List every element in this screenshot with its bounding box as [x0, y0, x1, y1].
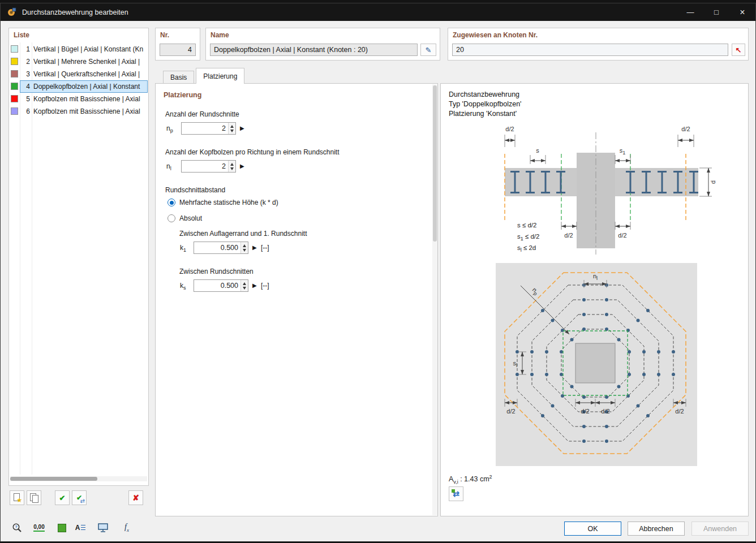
display-button[interactable]	[96, 520, 110, 535]
spin-up-icon[interactable]	[230, 125, 234, 128]
svg-text:d/2: d/2	[505, 126, 514, 132]
item-label: Doppelkopfbolzen | Axial | Konstant	[33, 83, 147, 90]
svg-text:?: ?	[15, 524, 18, 529]
radio-absolut-label[interactable]: Absolut	[179, 214, 202, 222]
copy-item-button[interactable]	[27, 490, 41, 505]
list-item-4-selected[interactable]: 4 Doppelkopfbolzen | Axial | Konstant	[9, 80, 148, 93]
help-button[interactable]: ?	[10, 520, 24, 535]
font-button[interactable]: A	[73, 520, 88, 535]
list-hscrollbar[interactable]	[10, 476, 147, 481]
list-item-2[interactable]: 2 Vertikal | Mehrere Schenkel | Axial |	[9, 55, 148, 68]
nl-detail-arrow[interactable]: ▶	[240, 163, 244, 169]
sync-check-button[interactable]: ✔ ⇄	[72, 490, 87, 505]
tab-platzierung[interactable]: Platzierung	[196, 68, 244, 84]
decimals-button[interactable]: 0,00	[32, 520, 46, 535]
radio-mehrfache-label[interactable]: Mehrfache statische Höhe (k * d)	[179, 199, 278, 206]
list-hscrollbar-thumb[interactable]	[10, 477, 97, 481]
ks-value: 0.500	[194, 280, 240, 291]
spin-up-icon[interactable]	[243, 244, 246, 247]
svg-text:d/2: d/2	[618, 232, 626, 239]
assigned-label: Zugewiesen an Knoten Nr.	[453, 31, 538, 39]
ks-spin-buttons[interactable]	[240, 280, 248, 291]
radio-absolut[interactable]	[167, 214, 175, 222]
assigned-node-input[interactable]	[452, 44, 728, 56]
help-magnifier-icon: ?	[11, 522, 23, 533]
copy-sheet-front-icon	[32, 495, 38, 503]
font-lines-icon	[81, 525, 85, 531]
new-item-button[interactable]: ★	[10, 490, 24, 505]
radio-row-mehrfache: Mehrfache statische Höhe (k * d)	[167, 199, 278, 206]
refresh-green-square-icon	[452, 489, 455, 493]
list-item-6[interactable]: 6 Kopfbolzen mit Basisschiene | Axial	[9, 105, 148, 118]
k1-detail-arrow[interactable]: ▶	[252, 244, 257, 251]
edit-name-button[interactable]: ✎	[420, 44, 436, 56]
svg-text:s: s	[536, 147, 539, 154]
kopfbolzen-label: Anzahl der Kopfbolzen pro Richtung in ei…	[165, 148, 340, 156]
svg-text:sl ≤ 2d: sl ≤ 2d	[517, 244, 536, 253]
spin-up-icon[interactable]	[230, 163, 234, 166]
refresh-button[interactable]: ⇄	[449, 486, 463, 501]
liste-header: Liste	[14, 31, 29, 39]
apply-check-button[interactable]: ✔	[55, 490, 70, 505]
spin-up-icon[interactable]	[243, 282, 246, 285]
ok-button[interactable]: OK	[564, 522, 621, 536]
k1-spinner[interactable]: 0.500	[194, 242, 248, 254]
minimize-button[interactable]: —	[677, 3, 703, 21]
np-value: 2	[182, 123, 228, 134]
maximize-icon: □	[714, 8, 719, 16]
list-item-5[interactable]: 5 Kopfbolzen mit Basisschiene | Axial	[9, 93, 148, 105]
spin-down-icon[interactable]	[243, 249, 246, 252]
close-button[interactable]: ×	[729, 3, 755, 21]
plan-diagram: np nl sl d/2 d/2 d/2 d/2	[496, 263, 697, 466]
apply-button[interactable]: Anwenden	[691, 522, 749, 536]
svg-text:d/2: d/2	[506, 408, 515, 415]
maximize-button[interactable]: □	[703, 3, 729, 21]
ks-symbol: ks	[180, 282, 186, 291]
tab-bar: Basis Platzierung	[163, 68, 246, 84]
item-color-chip	[11, 45, 18, 53]
tab-basis[interactable]: Basis	[163, 71, 194, 84]
spin-down-icon[interactable]	[243, 287, 246, 290]
dialog-durchstanzbewehrung: Durchstanzbewehrung bearbeiten — □ × Lis…	[0, 3, 756, 542]
pick-nodes-button[interactable]: ↖	[732, 44, 745, 56]
k1-symbol: k1	[180, 244, 186, 253]
k1-spin-buttons[interactable]	[240, 242, 248, 253]
sync-arrows-icon: ⇄	[80, 498, 85, 504]
list-item-1[interactable]: 1 Vertikal | Bügel | Axial | Konstant (K…	[9, 43, 148, 55]
form-scrollbar-thumb[interactable]	[433, 85, 437, 242]
item-color-chip	[11, 107, 18, 115]
cancel-button[interactable]: Abbrechen	[628, 522, 685, 536]
list-item-3[interactable]: 3 Vertikal | Querkraftschenkel | Axial |	[9, 68, 148, 80]
np-spinner[interactable]: 2	[181, 122, 236, 135]
diagram-title-line2: Typ 'Doppelkopfbolzen'	[449, 100, 521, 108]
form-scrollbar[interactable]	[432, 84, 437, 515]
diagram-title-line3: Platzierung 'Konstant'	[449, 110, 517, 118]
color-button[interactable]	[54, 520, 69, 535]
nr-input[interactable]	[160, 44, 196, 56]
spin-down-icon[interactable]	[230, 167, 234, 170]
formula-button[interactable]: fx	[119, 520, 134, 535]
ks-detail-arrow[interactable]: ▶	[252, 282, 257, 288]
form-section-header: Platzierung	[164, 91, 201, 99]
delete-item-button[interactable]: ✘	[128, 490, 143, 505]
item-number: 2	[20, 58, 30, 66]
spin-down-icon[interactable]	[230, 130, 234, 132]
item-color-chip	[11, 95, 18, 102]
name-input[interactable]	[210, 44, 418, 56]
np-spin-buttons[interactable]	[228, 123, 235, 134]
tab-basis-label: Basis	[170, 74, 187, 81]
assigned-group: Zugewiesen an Knoten Nr. ↖	[448, 28, 749, 61]
k1-group-label: Zwischen Auflagerrand und 1. Rundschnitt	[179, 230, 307, 238]
font-a-icon: A	[75, 524, 80, 532]
ks-spinner[interactable]: 0.500	[194, 279, 248, 292]
radio-dot	[170, 201, 174, 205]
svg-text:d/2: d/2	[581, 408, 589, 415]
abstand-header: Rundschnittabstand	[165, 186, 225, 194]
decimals-icon: 0,00	[33, 524, 44, 532]
nl-spin-buttons[interactable]	[228, 161, 235, 172]
result-value: Av,i : 1.43 cm2	[449, 474, 492, 485]
radio-mehrfache[interactable]	[167, 199, 175, 206]
item-label: Kopfbolzen mit Basisschiene | Axial	[33, 107, 147, 115]
nl-spinner[interactable]: 2	[181, 160, 236, 173]
np-detail-arrow[interactable]: ▶	[240, 125, 244, 131]
